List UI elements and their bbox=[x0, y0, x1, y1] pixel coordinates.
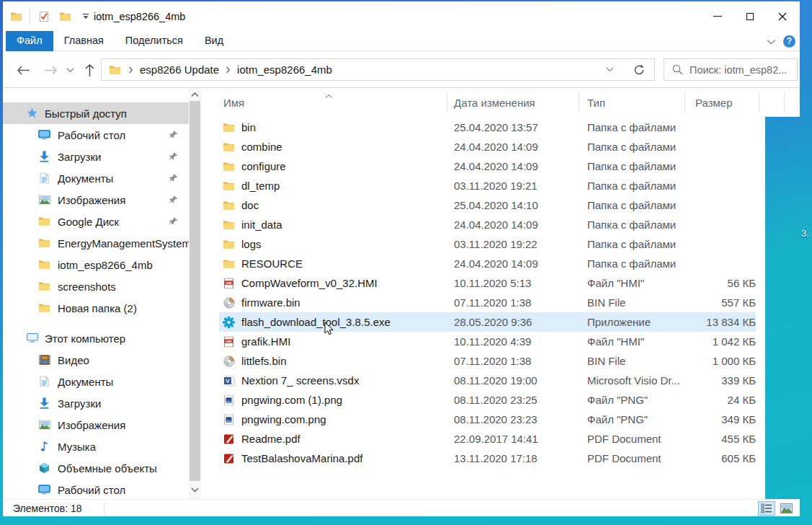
sidebar-item-label: Изображения bbox=[58, 419, 125, 431]
file-date: 10.11.2020 4:39 bbox=[454, 335, 531, 348]
ribbon-tab-1[interactable]: Главная bbox=[53, 31, 115, 51]
help-button[interactable]: ? bbox=[783, 35, 795, 48]
file-name: combine bbox=[241, 141, 282, 153]
folder-icon bbox=[102, 65, 125, 75]
chevron-right-icon[interactable] bbox=[222, 66, 234, 74]
file-row[interactable]: init_data 24.04.2020 14:09 Папка с файла… bbox=[201, 215, 765, 234]
content-area: Быстрый доступ Рабочий стол Загрузки Док… bbox=[3, 88, 765, 499]
document-icon bbox=[37, 173, 51, 184]
ribbon-tab-2[interactable]: Поделиться bbox=[115, 31, 194, 51]
file-row[interactable]: Readme.pdf 22.09.2017 14:41 PDF Document… bbox=[201, 429, 765, 449]
file-row[interactable]: littlefs.bin 07.11.2020 1:38 BIN File 1 … bbox=[201, 351, 765, 371]
cube-icon bbox=[37, 462, 51, 474]
file-row[interactable]: pngwing.com (1).png 08.11.2020 23:25 Фай… bbox=[201, 390, 765, 410]
refresh-button[interactable] bbox=[623, 58, 655, 81]
up-button[interactable] bbox=[79, 61, 99, 79]
file-row[interactable]: logs 03.11.2020 19:22 Папка с файлами bbox=[201, 234, 765, 254]
column-header-size[interactable]: Размер bbox=[695, 97, 733, 109]
file-row[interactable]: firmware.bin 07.11.2020 1:38 BIN File 55… bbox=[201, 293, 765, 312]
file-row[interactable]: V Nextion 7_ screens.vsdx 08.11.2020 19:… bbox=[201, 371, 765, 390]
file-row[interactable]: configure 24.04.2020 14:09 Папка с файла… bbox=[201, 156, 765, 176]
sidebar-item[interactable]: Видео bbox=[3, 349, 189, 371]
details-view-icon bbox=[761, 503, 772, 513]
sidebar-item[interactable]: Изображения bbox=[3, 414, 189, 436]
sidebar-item[interactable]: Загрузки bbox=[3, 392, 189, 414]
file-row[interactable]: combine 24.04.2020 14:09 Папка с файлами bbox=[201, 137, 765, 156]
toolbar-dropdown-icon[interactable] bbox=[79, 9, 93, 25]
column-header-date[interactable]: Дата изменения bbox=[454, 97, 535, 109]
sidebar-item[interactable]: Рабочий стол bbox=[3, 479, 189, 499]
column-header-name[interactable]: Имя bbox=[223, 97, 244, 109]
sidebar-item-label: Google Диск bbox=[58, 216, 119, 228]
close-button[interactable] bbox=[766, 1, 798, 31]
file-row[interactable]: bin 25.04.2020 13:57 Папка с файлами bbox=[201, 118, 765, 137]
ribbon-tab-3[interactable]: Вид bbox=[194, 31, 234, 51]
address-bar[interactable]: esp8266 Update iotm_esp8266_4mb bbox=[101, 58, 624, 81]
column-divider[interactable] bbox=[759, 92, 759, 112]
ribbon-tab-0[interactable]: Файл bbox=[6, 31, 53, 51]
column-header-type[interactable]: Тип bbox=[587, 97, 605, 109]
items-count: Элементов: 18 bbox=[13, 500, 82, 517]
file-size: 13 834 КБ bbox=[706, 316, 756, 328]
minimize-button[interactable] bbox=[701, 1, 733, 31]
video-icon bbox=[37, 355, 51, 365]
address-dropdown-icon[interactable] bbox=[597, 59, 623, 80]
minimize-icon bbox=[713, 16, 722, 17]
breadcrumb-segment[interactable]: esp8266 Update bbox=[137, 63, 222, 76]
file-type: Папка с файлами bbox=[587, 238, 676, 250]
column-divider[interactable] bbox=[447, 92, 447, 112]
column-divider[interactable] bbox=[684, 92, 685, 112]
file-type: Папка с файлами bbox=[587, 160, 676, 172]
sidebar-item[interactable]: Рабочий стол bbox=[3, 124, 189, 146]
sidebar-item[interactable]: iotm_esp8266_4mb bbox=[3, 254, 189, 275]
file-row[interactable]: HMI CompWaveform_v0_32.HMI 10.11.2020 5:… bbox=[201, 273, 765, 293]
file-row[interactable]: dl_temp 03.11.2020 19:21 Папка с файлами bbox=[201, 176, 765, 195]
sidebar-item[interactable]: Быстрый доступ bbox=[3, 102, 189, 124]
file-name: logs bbox=[241, 238, 262, 250]
file-row[interactable]: HMI grafik.HMI 10.11.2020 4:39 Файл "HMI… bbox=[201, 332, 765, 351]
file-row[interactable]: pngwing.com.png 08.11.2020 23:23 Файл "P… bbox=[201, 410, 765, 429]
file-date: 25.04.2020 13:57 bbox=[454, 121, 538, 133]
folder-icon[interactable] bbox=[9, 9, 23, 25]
sidebar-item[interactable]: Музыка bbox=[3, 436, 189, 457]
thumbnails-view-button[interactable] bbox=[777, 501, 795, 516]
computer-icon bbox=[25, 333, 39, 344]
folder-icon[interactable] bbox=[58, 9, 72, 25]
sidebar-item[interactable]: Документы bbox=[3, 371, 189, 392]
breadcrumb-segment[interactable]: iotm_esp8266_4mb bbox=[234, 63, 335, 76]
star-icon bbox=[25, 107, 39, 120]
sidebar-item[interactable]: Этот компьютер bbox=[3, 327, 189, 349]
back-button[interactable] bbox=[13, 61, 33, 79]
scroll-up-icon[interactable] bbox=[189, 89, 201, 100]
sidebar-item[interactable]: Новая папка (2) bbox=[3, 297, 189, 319]
disc-icon bbox=[222, 297, 236, 309]
recent-locations-icon[interactable] bbox=[62, 61, 78, 79]
check-document-icon[interactable] bbox=[37, 9, 51, 25]
search-input[interactable] bbox=[690, 64, 790, 76]
ribbon-collapse-icon[interactable] bbox=[767, 35, 776, 48]
sidebar-item[interactable]: EnergyManagementSystemN bbox=[3, 232, 189, 254]
file-date: 24.04.2020 14:09 bbox=[454, 257, 538, 270]
sidebar-item[interactable]: Объемные объекты bbox=[3, 457, 189, 479]
file-type: Файл "PNG" bbox=[587, 394, 648, 406]
scroll-down-icon[interactable] bbox=[189, 484, 201, 495]
file-row[interactable]: flash_download_tool_3.8.5.exe 28.05.2020… bbox=[201, 312, 765, 332]
details-view-button[interactable] bbox=[758, 501, 775, 516]
file-type: Папка с файлами bbox=[587, 121, 676, 133]
maximize-button[interactable] bbox=[733, 1, 766, 31]
sidebar-item[interactable]: Загрузки bbox=[3, 146, 189, 167]
sidebar-scrollbar[interactable] bbox=[189, 88, 201, 499]
sidebar-item[interactable]: Google Диск bbox=[3, 211, 189, 232]
file-row[interactable]: TestBalashovaMarina.pdf 13.11.2020 17:18… bbox=[201, 449, 765, 468]
sidebar-item[interactable]: Документы bbox=[3, 167, 189, 189]
file-row[interactable]: doc 25.04.2020 14:10 Папка с файлами bbox=[201, 195, 765, 215]
sidebar-item[interactable]: Изображения bbox=[3, 189, 189, 211]
column-divider[interactable] bbox=[579, 92, 579, 112]
desktop-icon-label: 3. bbox=[801, 228, 809, 239]
scrollbar-thumb[interactable] bbox=[189, 101, 200, 481]
sidebar-item[interactable]: screenshots bbox=[3, 275, 189, 297]
file-row[interactable]: RESOURCE 24.04.2020 14:09 Папка с файлам… bbox=[201, 254, 765, 273]
forward-button[interactable] bbox=[40, 61, 61, 79]
file-type: BIN File bbox=[587, 296, 625, 309]
chevron-right-icon[interactable] bbox=[125, 66, 137, 74]
